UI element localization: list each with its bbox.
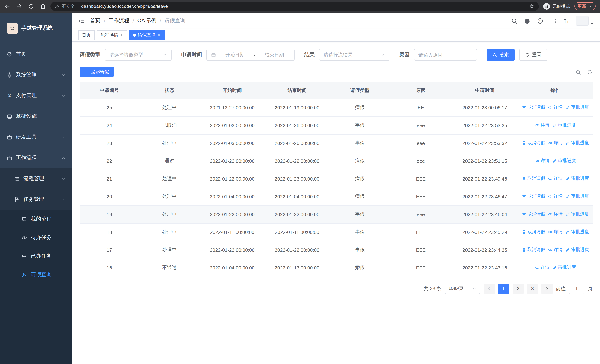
url-bar[interactable]: 不安全 dashboard.yudao.iocoder.cn/bpm/oa/le…	[50, 2, 539, 11]
cancel-link[interactable]: 取消请假	[522, 176, 545, 182]
sidebar-item-10[interactable]: 已办任务	[0, 247, 72, 265]
detail-link[interactable]: 详情	[548, 211, 562, 217]
table-row[interactable]: 18处理中2022-01-11 00:00:002022-01-11 00:00…	[80, 223, 593, 241]
cancel-link[interactable]: 取消请假	[522, 247, 545, 253]
page-button-2[interactable]: 2	[513, 283, 524, 294]
font-size-icon[interactable]: TT	[563, 18, 569, 24]
result-select[interactable]: 请选择流结果	[319, 49, 390, 61]
svg-text:T: T	[564, 18, 566, 23]
reason-input[interactable]	[414, 49, 477, 61]
breadcrumb-item[interactable]: OA 示例	[138, 18, 157, 24]
tab-2[interactable]: 请假查询	[129, 30, 165, 40]
progress-link[interactable]: 审批进度	[552, 122, 576, 129]
sidebar-item-5[interactable]: 工作流程	[0, 148, 72, 168]
prev-page-button[interactable]	[484, 283, 495, 294]
detail-link[interactable]: 详情	[535, 122, 549, 129]
detail-link[interactable]: 详情	[548, 104, 562, 111]
table-row[interactable]: 21处理中2022-01-22 00:00:002022-01-23 00:00…	[80, 170, 593, 187]
sidebar-item-0[interactable]: 首页	[0, 44, 72, 65]
progress-link[interactable]: 审批进度	[565, 176, 589, 182]
detail-link[interactable]: 详情	[535, 158, 549, 164]
user-menu[interactable]	[576, 16, 594, 26]
eye-icon	[548, 105, 553, 110]
progress-link[interactable]: 审批进度	[552, 264, 576, 271]
incognito-label: 无痕模式	[552, 3, 570, 9]
app-logo[interactable]: 芋道管理系统	[0, 13, 72, 44]
breadcrumb-item[interactable]: 首页	[90, 18, 100, 24]
leave-type-select[interactable]: 请选择请假类型	[105, 49, 172, 61]
cancel-link[interactable]: 取消请假	[522, 229, 545, 235]
sidebar-item-8[interactable]: 我的流程	[0, 210, 72, 228]
detail-link[interactable]: 详情	[548, 229, 562, 235]
header-search-icon[interactable]	[511, 18, 517, 24]
toggle-search-icon[interactable]	[576, 69, 581, 75]
github-icon[interactable]	[524, 18, 530, 24]
collapse-sidebar-icon[interactable]	[78, 18, 85, 24]
progress-label: 审批进度	[558, 264, 576, 271]
table-row[interactable]: 24已取消2022-01-03 00:00:002022-01-26 00:00…	[80, 116, 593, 134]
sidebar-item-2[interactable]: ¥支付管理	[0, 85, 72, 106]
sidebar-item-11[interactable]: 请假查询	[0, 265, 72, 284]
sidebar-item-4[interactable]: 研发工具	[0, 127, 72, 148]
home-icon[interactable]	[40, 3, 46, 9]
sidebar-item-9[interactable]: 待办任务	[0, 228, 72, 247]
reload-icon[interactable]	[28, 3, 34, 9]
detail-link[interactable]: 详情	[548, 140, 562, 146]
progress-link[interactable]: 审批进度	[565, 211, 589, 217]
cancel-link[interactable]: 取消请假	[522, 193, 545, 200]
apply-time-range-picker[interactable]: 开始日期 - 结束日期	[206, 49, 295, 61]
detail-link[interactable]: 详情	[548, 176, 562, 182]
close-icon[interactable]	[158, 33, 161, 37]
kebab-menu-icon[interactable]	[588, 4, 593, 9]
table-row[interactable]: 19处理中2022-01-22 00:00:002022-01-22 00:00…	[80, 205, 593, 223]
eye-icon	[548, 248, 553, 252]
browser-menu-button[interactable]: 更新	[574, 2, 596, 10]
security-warning[interactable]: 不安全	[55, 3, 75, 9]
eye-icon	[548, 177, 553, 181]
sidebar-item-3[interactable]: 基础设施	[0, 106, 72, 127]
table-row[interactable]: 23处理中2022-01-03 00:00:002022-01-26 00:00…	[80, 134, 593, 152]
sidebar-item-6[interactable]: 流程管理	[0, 168, 72, 189]
tab-1[interactable]: 流程详情	[97, 30, 127, 40]
progress-link[interactable]: 审批进度	[552, 158, 576, 164]
page-button-1[interactable]: 1	[498, 283, 509, 294]
progress-link[interactable]: 审批进度	[565, 104, 589, 111]
cancel-link[interactable]: 取消请假	[522, 140, 545, 146]
back-icon[interactable]	[4, 3, 10, 9]
fullscreen-icon[interactable]	[550, 18, 556, 24]
sidebar-item-7[interactable]: 任务管理	[0, 189, 72, 210]
close-icon[interactable]	[120, 33, 123, 37]
active-tab-dot	[133, 34, 136, 37]
help-icon[interactable]: ?	[537, 18, 543, 24]
refresh-table-icon[interactable]	[587, 69, 593, 75]
table-row[interactable]: 25处理中2021-12-27 00:00:002022-01-19 00:00…	[80, 99, 593, 116]
cancel-link[interactable]: 取消请假	[522, 104, 545, 111]
table-row[interactable]: 22通过2022-01-22 00:00:002022-01-22 00:00:…	[80, 152, 593, 170]
cell-start: 2022-01-22 00:00:00	[210, 212, 254, 217]
detail-link[interactable]: 详情	[535, 264, 549, 271]
detail-link[interactable]: 详情	[548, 247, 562, 253]
tab-0[interactable]: 首页	[78, 30, 94, 40]
reset-button[interactable]: 重置	[519, 49, 547, 61]
table-row[interactable]: 16不通过2022-01-04 00:00:002022-01-13 00:00…	[80, 259, 593, 277]
next-page-button[interactable]	[542, 283, 553, 294]
cancel-label: 取消请假	[527, 193, 545, 200]
table-row[interactable]: 17处理中2022-01-22 00:00:002022-01-22 00:00…	[80, 241, 593, 259]
sidebar-item-1[interactable]: 系统管理	[0, 65, 72, 85]
progress-link[interactable]: 审批进度	[565, 229, 589, 235]
page-button-3[interactable]: 3	[527, 283, 538, 294]
progress-link[interactable]: 审批进度	[565, 247, 589, 253]
breadcrumb-item[interactable]: 工作流程	[109, 18, 129, 24]
bookmark-star-icon[interactable]	[529, 4, 534, 9]
create-leave-button[interactable]: 发起请假	[80, 67, 114, 77]
page-size-select[interactable]: 10条/页	[445, 283, 480, 294]
detail-link[interactable]: 详情	[548, 193, 562, 200]
table-row[interactable]: 20处理中2022-01-04 00:00:002022-01-04 00:00…	[80, 187, 593, 205]
cancel-link[interactable]: 取消请假	[522, 211, 545, 217]
progress-link[interactable]: 审批进度	[565, 193, 589, 200]
forward-icon[interactable]	[16, 3, 22, 9]
sidebar-item-label: 系统管理	[16, 72, 37, 78]
search-button[interactable]: 搜索	[487, 49, 515, 61]
goto-page-input[interactable]	[569, 283, 584, 294]
progress-link[interactable]: 审批进度	[565, 140, 589, 146]
